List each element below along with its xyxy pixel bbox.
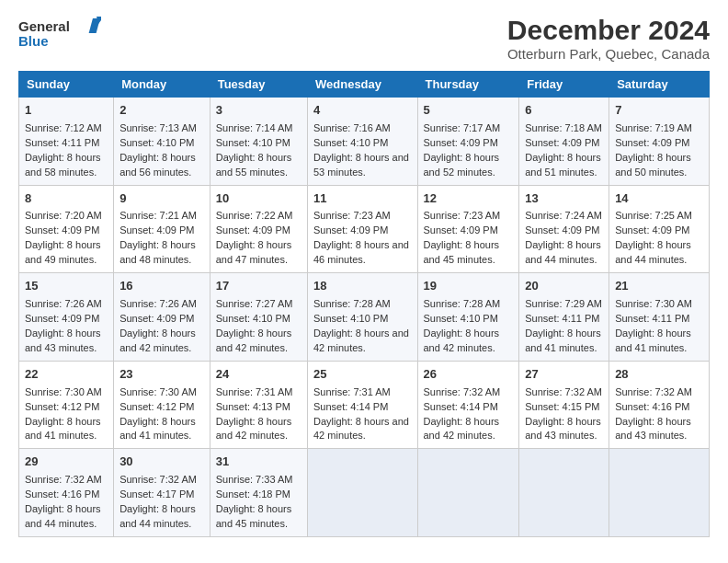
sunrise-text: Sunrise: 7:23 AM [313,210,391,221]
calendar-cell: 5 Sunrise: 7:17 AM Sunset: 4:09 PM Dayli… [417,98,519,186]
day-header-saturday: Saturday [609,72,710,98]
daylight-text: Daylight: 8 hours and 44 minutes. [615,239,691,265]
sunset-text: Sunset: 4:10 PM [119,137,194,148]
calendar-cell: 15 Sunrise: 7:26 AM Sunset: 4:09 PM Dayl… [19,273,114,362]
logo: General Blue [18,15,101,53]
calendar-cell [609,449,710,537]
sunrise-text: Sunrise: 7:32 AM [119,474,197,485]
sunset-text: Sunset: 4:10 PM [216,313,290,324]
calendar-cell: 16 Sunrise: 7:26 AM Sunset: 4:09 PM Dayl… [114,273,210,362]
day-header-sunday: Sunday [19,72,114,98]
day-number: 30 [119,454,204,471]
calendar-cell: 18 Sunrise: 7:28 AM Sunset: 4:10 PM Dayl… [308,273,418,362]
sunset-text: Sunset: 4:10 PM [216,137,290,148]
calendar-cell: 20 Sunrise: 7:29 AM Sunset: 4:11 PM Dayl… [519,273,609,362]
day-number: 13 [525,190,603,208]
daylight-text: Daylight: 8 hours and 56 minutes. [119,152,196,178]
daylight-text: Daylight: 8 hours and 47 minutes. [216,239,292,265]
sunset-text: Sunset: 4:09 PM [615,224,689,236]
calendar-cell [308,449,418,537]
calendar-cell: 2 Sunrise: 7:13 AM Sunset: 4:10 PM Dayli… [114,98,210,186]
sunrise-text: Sunrise: 7:32 AM [525,386,602,397]
daylight-text: Daylight: 8 hours and 42 minutes. [216,416,292,442]
daylight-text: Daylight: 8 hours and 42 minutes. [313,416,409,442]
calendar-cell [417,449,519,537]
daylight-text: Daylight: 8 hours and 43 minutes. [25,327,101,353]
day-number: 7 [615,102,703,120]
day-number: 11 [313,190,412,208]
calendar-cell: 11 Sunrise: 7:23 AM Sunset: 4:09 PM Dayl… [308,185,418,273]
calendar-cell: 29 Sunrise: 7:32 AM Sunset: 4:16 PM Dayl… [19,449,114,537]
sunset-text: Sunset: 4:12 PM [119,401,194,412]
calendar-cell: 13 Sunrise: 7:24 AM Sunset: 4:09 PM Dayl… [519,185,609,273]
sunset-text: Sunset: 4:09 PM [25,224,99,236]
calendar-cell: 30 Sunrise: 7:32 AM Sunset: 4:17 PM Dayl… [114,449,210,537]
day-header-thursday: Thursday [417,72,519,98]
day-header-tuesday: Tuesday [210,72,307,98]
sunset-text: Sunset: 4:14 PM [313,401,388,412]
day-number: 17 [216,278,301,295]
sunset-text: Sunset: 4:10 PM [424,313,498,324]
daylight-text: Daylight: 8 hours and 42 minutes. [119,327,196,353]
calendar-cell: 28 Sunrise: 7:32 AM Sunset: 4:16 PM Dayl… [609,361,710,449]
sunset-text: Sunset: 4:09 PM [615,137,689,148]
sunset-text: Sunset: 4:09 PM [119,224,194,236]
day-number: 8 [25,190,108,208]
sunrise-text: Sunrise: 7:27 AM [216,298,293,309]
daylight-text: Daylight: 8 hours and 42 minutes. [313,327,409,353]
sunrise-text: Sunrise: 7:26 AM [25,298,102,309]
sunrise-text: Sunrise: 7:28 AM [424,298,501,309]
calendar-cell: 12 Sunrise: 7:23 AM Sunset: 4:09 PM Dayl… [417,185,519,273]
sunset-text: Sunset: 4:10 PM [313,313,388,324]
sunset-text: Sunset: 4:18 PM [216,488,290,500]
sunset-text: Sunset: 4:09 PM [525,137,599,148]
sunrise-text: Sunrise: 7:23 AM [424,210,501,221]
sunrise-text: Sunrise: 7:13 AM [119,122,197,133]
day-number: 27 [525,366,603,384]
sunset-text: Sunset: 4:14 PM [424,401,498,412]
week-row-3: 15 Sunrise: 7:26 AM Sunset: 4:09 PM Dayl… [19,273,710,362]
day-number: 23 [119,366,204,384]
sunset-text: Sunset: 4:09 PM [216,224,290,236]
calendar-cell: 10 Sunrise: 7:22 AM Sunset: 4:09 PM Dayl… [210,185,307,273]
daylight-text: Daylight: 8 hours and 41 minutes. [119,416,196,442]
sunrise-text: Sunrise: 7:21 AM [119,210,197,221]
title-area: December 2024 Otterburn Park, Quebec, Ca… [507,15,710,62]
sunset-text: Sunset: 4:16 PM [615,401,689,412]
daylight-text: Daylight: 8 hours and 41 minutes. [25,416,101,442]
day-number: 21 [615,278,703,295]
svg-text:Blue: Blue [18,33,49,49]
sunrise-text: Sunrise: 7:31 AM [216,386,293,397]
sunset-text: Sunset: 4:09 PM [313,224,388,236]
day-header-wednesday: Wednesday [308,72,418,98]
calendar-cell [519,449,609,537]
day-number: 6 [525,102,603,120]
daylight-text: Daylight: 8 hours and 58 minutes. [25,152,101,178]
sunset-text: Sunset: 4:11 PM [525,313,599,324]
daylight-text: Daylight: 8 hours and 53 minutes. [313,152,409,178]
sunset-text: Sunset: 4:09 PM [525,224,599,236]
week-row-4: 22 Sunrise: 7:30 AM Sunset: 4:12 PM Dayl… [19,361,710,449]
calendar-table: SundayMondayTuesdayWednesdayThursdayFrid… [18,71,710,537]
calendar-cell: 23 Sunrise: 7:30 AM Sunset: 4:12 PM Dayl… [114,361,210,449]
sunrise-text: Sunrise: 7:16 AM [313,122,391,133]
subtitle: Otterburn Park, Quebec, Canada [507,46,710,62]
sunrise-text: Sunrise: 7:28 AM [313,298,391,309]
daylight-text: Daylight: 8 hours and 45 minutes. [424,239,500,265]
daylight-text: Daylight: 8 hours and 51 minutes. [525,152,601,178]
logo-svg: General Blue [18,15,101,53]
sunrise-text: Sunrise: 7:30 AM [119,386,197,397]
day-number: 18 [313,278,412,295]
sunrise-text: Sunrise: 7:32 AM [25,474,102,485]
sunset-text: Sunset: 4:11 PM [25,137,99,148]
calendar-cell: 27 Sunrise: 7:32 AM Sunset: 4:15 PM Dayl… [519,361,609,449]
daylight-text: Daylight: 8 hours and 45 minutes. [216,503,292,529]
day-number: 3 [216,102,301,120]
sunrise-text: Sunrise: 7:18 AM [525,122,602,133]
sunset-text: Sunset: 4:16 PM [25,488,99,500]
sunrise-text: Sunrise: 7:29 AM [525,298,602,309]
sunrise-text: Sunrise: 7:31 AM [313,386,391,397]
day-number: 2 [119,102,204,120]
daylight-text: Daylight: 8 hours and 44 minutes. [525,239,601,265]
daylight-text: Daylight: 8 hours and 46 minutes. [313,239,409,265]
